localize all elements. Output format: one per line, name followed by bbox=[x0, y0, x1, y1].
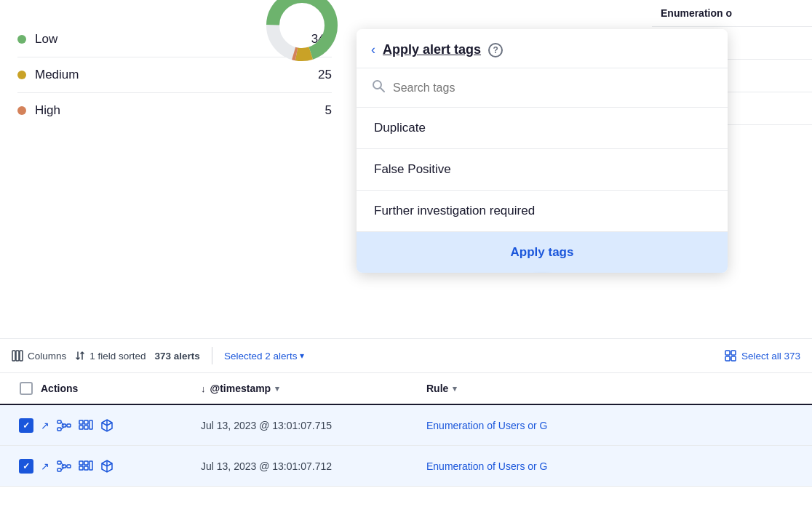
columns-button[interactable]: Columns bbox=[12, 350, 66, 362]
row-1-checkbox-cell bbox=[12, 418, 41, 433]
svg-rect-7 bbox=[16, 351, 19, 361]
svg-rect-22 bbox=[79, 426, 83, 429]
network-icon[interactable] bbox=[57, 460, 71, 472]
high-dot bbox=[17, 106, 26, 115]
row-2-timestamp: Jul 13, 2023 @ 13:01:07.712 bbox=[201, 460, 426, 472]
svg-rect-24 bbox=[89, 420, 92, 429]
row-1-rule[interactable]: Enumeration of Users or G bbox=[426, 420, 800, 431]
alerts-count: 373 alerts bbox=[155, 351, 200, 362]
tag-item-false-positive[interactable]: False Positive bbox=[357, 149, 728, 191]
table-header: Actions ↓ @timestamp ▾ Rule ▾ bbox=[0, 373, 812, 405]
sort-icon bbox=[75, 351, 85, 361]
svg-rect-36 bbox=[89, 461, 92, 470]
timestamp-chevron-icon: ▾ bbox=[275, 384, 279, 394]
columns-icon bbox=[12, 350, 23, 362]
svg-rect-33 bbox=[84, 461, 88, 465]
svg-rect-9 bbox=[725, 351, 730, 355]
medium-label: Medium bbox=[35, 68, 318, 82]
search-tags-input[interactable] bbox=[393, 81, 713, 95]
header-checkbox-cell bbox=[12, 382, 41, 395]
row-1-checkbox[interactable] bbox=[19, 418, 33, 433]
svg-rect-15 bbox=[57, 428, 61, 431]
svg-rect-10 bbox=[725, 356, 730, 361]
dropdown-title: Apply alert tags bbox=[383, 42, 481, 57]
donut-chart bbox=[262, 0, 342, 65]
row-2-actions: ↗ bbox=[41, 460, 201, 473]
network-icon[interactable] bbox=[57, 420, 71, 431]
svg-rect-35 bbox=[84, 466, 88, 470]
box-icon[interactable] bbox=[100, 419, 114, 432]
table-row: ↗ Jul 13, 2023 @ 13:01:07.712 Enumeratio… bbox=[0, 446, 812, 487]
medium-count: 25 bbox=[318, 68, 332, 82]
medium-dot bbox=[17, 71, 26, 79]
svg-rect-11 bbox=[731, 351, 736, 355]
svg-rect-25 bbox=[57, 461, 61, 464]
tag-item-further-investigation[interactable]: Further investigation required bbox=[357, 191, 728, 232]
svg-rect-23 bbox=[84, 426, 88, 429]
svg-rect-20 bbox=[79, 420, 83, 424]
right-col-header: Enumeration o bbox=[652, 0, 812, 27]
severity-row-high: High 5 bbox=[17, 93, 332, 128]
toolbar-divider bbox=[212, 347, 212, 364]
search-bar bbox=[357, 68, 728, 108]
back-button[interactable]: ‹ bbox=[371, 42, 375, 57]
box-icon[interactable] bbox=[100, 460, 114, 473]
grid-icon[interactable] bbox=[79, 420, 93, 431]
sort-button[interactable]: 1 field sorted bbox=[75, 351, 146, 362]
table-row: ↗ Jul 13, 2023 @ 13:01:07.715 Enumeratio… bbox=[0, 405, 812, 446]
low-dot bbox=[17, 35, 26, 44]
svg-rect-8 bbox=[20, 351, 23, 361]
row-2-rule[interactable]: Enumeration of Users or G bbox=[426, 460, 800, 472]
svg-rect-12 bbox=[731, 356, 736, 361]
help-icon[interactable]: ? bbox=[488, 43, 503, 57]
svg-line-5 bbox=[381, 88, 384, 92]
svg-rect-28 bbox=[67, 465, 71, 468]
high-label: High bbox=[35, 103, 325, 118]
row-2-checkbox[interactable] bbox=[19, 459, 33, 474]
search-icon bbox=[371, 79, 386, 97]
svg-rect-16 bbox=[67, 424, 71, 427]
grid-icon[interactable] bbox=[79, 460, 93, 472]
svg-rect-13 bbox=[57, 420, 61, 423]
tag-item-duplicate[interactable]: Duplicate bbox=[357, 108, 728, 149]
svg-rect-34 bbox=[79, 466, 83, 470]
select-all-checkbox[interactable] bbox=[20, 382, 33, 395]
apply-tags-dropdown: ‹ Apply alert tags ? Duplicate False Pos… bbox=[357, 29, 728, 273]
select-all-button[interactable]: Select all 373 bbox=[724, 349, 800, 362]
sort-arrow-icon: ↓ bbox=[201, 383, 206, 394]
svg-rect-21 bbox=[84, 420, 88, 424]
actions-header: Actions bbox=[41, 383, 201, 394]
high-count: 5 bbox=[325, 103, 332, 118]
row-2-checkbox-cell bbox=[12, 459, 41, 474]
row-1-actions: ↗ bbox=[41, 419, 201, 432]
selected-alerts[interactable]: Selected 2 alerts ▾ bbox=[224, 351, 305, 362]
svg-rect-32 bbox=[79, 461, 83, 465]
toolbar: Columns 1 field sorted 373 alerts Select… bbox=[0, 338, 812, 373]
chevron-down-icon: ▾ bbox=[300, 351, 304, 361]
svg-rect-27 bbox=[57, 468, 61, 471]
apply-tags-button[interactable]: Apply tags bbox=[357, 232, 728, 273]
svg-rect-6 bbox=[12, 351, 15, 361]
expand-icon[interactable]: ↗ bbox=[41, 460, 49, 472]
select-all-icon bbox=[724, 349, 737, 362]
rule-chevron-icon: ▾ bbox=[453, 384, 457, 394]
severity-panel: Low 343 Medium 25 High 5 bbox=[0, 0, 349, 143]
expand-icon[interactable]: ↗ bbox=[41, 420, 49, 431]
timestamp-header[interactable]: ↓ @timestamp ▾ bbox=[201, 383, 426, 394]
rule-header[interactable]: Rule ▾ bbox=[426, 383, 800, 394]
dropdown-header: ‹ Apply alert tags ? bbox=[357, 29, 728, 68]
row-1-timestamp: Jul 13, 2023 @ 13:01:07.715 bbox=[201, 420, 426, 431]
